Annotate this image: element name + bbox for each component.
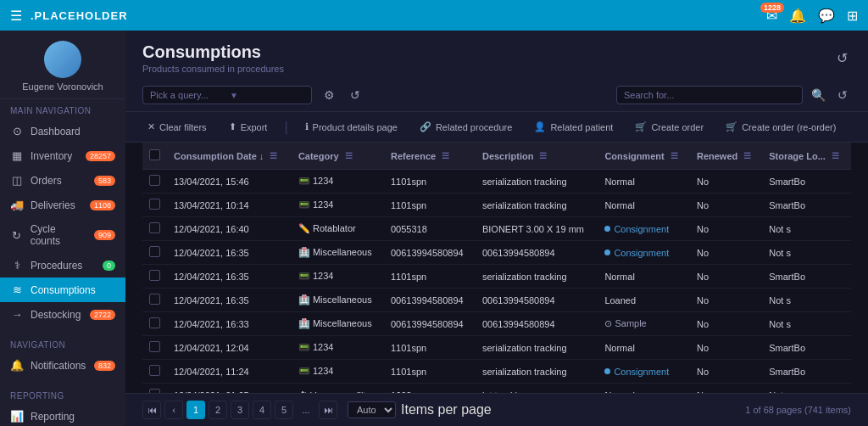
consignment-badge: Consignment (604, 248, 669, 258)
history-query-button[interactable]: ↺ (347, 87, 364, 104)
related-procedure-button[interactable]: 🔗 Related procedure (415, 119, 518, 135)
orders-icon: ◫ (10, 174, 24, 187)
settings-query-button[interactable]: ⚙ (320, 87, 338, 104)
topbar: ☰ .PLACEHOLDER ✉ 1228 🔔 💬 ⊞ (0, 0, 868, 31)
col-reference[interactable]: Reference ☰ (384, 143, 476, 170)
row-renewed: No (690, 336, 762, 360)
sidebar-item-label: Inventory (31, 150, 72, 162)
row-checkbox-cell[interactable] (142, 289, 167, 312)
first-page-button[interactable]: ⏮ (142, 401, 161, 419)
notification-badge[interactable]: ✉ 1228 (766, 8, 777, 24)
row-consignment: Normal (598, 384, 690, 394)
row-checkbox-cell[interactable] (142, 265, 167, 289)
row-checkbox[interactable] (149, 175, 160, 186)
row-category: 📟 1234 (292, 336, 384, 360)
page-4-button[interactable]: 4 (253, 401, 271, 419)
col-consumption-date[interactable]: Consumption Date ↓ ☰ (167, 143, 292, 170)
clear-search-button[interactable]: ↺ (834, 87, 851, 104)
row-renewed: No (690, 217, 762, 241)
select-all-header[interactable] (142, 143, 167, 170)
clear-filters-button[interactable]: ✕ Clear filters (142, 119, 212, 135)
col-category[interactable]: Category ☰ (292, 143, 384, 170)
sidebar-item-notifications[interactable]: 🔔 Notifications 832 (0, 353, 125, 378)
row-checkbox-cell[interactable] (142, 384, 167, 394)
col-renewed[interactable]: Renewed ☰ (690, 143, 762, 170)
table-row: 13/04/2021, 15:46 📟 1234 1101spn seriali… (142, 170, 851, 193)
create-order-button[interactable]: 🛒 Create order (630, 119, 709, 135)
search-input[interactable] (624, 90, 795, 100)
sidebar-item-consumptions[interactable]: ≋ Consumptions (0, 277, 125, 302)
row-checkbox-cell[interactable] (142, 312, 167, 336)
table-row: 12/04/2021, 12:04 📟 1234 1101spn seriali… (142, 336, 851, 360)
grid-icon[interactable]: ⊞ (847, 8, 858, 24)
sidebar-item-orders[interactable]: ◫ Orders 583 (0, 168, 125, 193)
row-checkbox[interactable] (149, 317, 160, 328)
row-checkbox-cell[interactable] (142, 241, 167, 265)
row-storage: SmartBo (762, 170, 851, 193)
refresh-button[interactable]: ↺ (833, 48, 851, 68)
page-1-button[interactable]: 1 (186, 401, 205, 419)
col-description[interactable]: Description ☰ (476, 143, 598, 170)
col-consignment[interactable]: Consignment ☰ (598, 143, 690, 170)
row-category: ⏱ Vena cava filte (292, 384, 384, 394)
col-menu-icon[interactable]: ☰ (832, 151, 839, 160)
select-all-checkbox[interactable] (149, 149, 160, 160)
sidebar-item-cycle-counts[interactable]: ↻ Cycle counts 909 (0, 217, 125, 253)
row-checkbox[interactable] (149, 246, 160, 257)
row-storage: SmartBo (762, 193, 851, 217)
cycle-counts-icon: ↻ (10, 229, 24, 242)
prev-page-button[interactable]: ‹ (164, 401, 183, 419)
row-checkbox-cell[interactable] (142, 193, 167, 217)
deliveries-badge: 1108 (90, 200, 115, 210)
chat-icon[interactable]: 💬 (818, 8, 835, 24)
col-storage-location[interactable]: Storage Lo... ☰ (762, 143, 851, 170)
sidebar-item-inventory[interactable]: ▦ Inventory 28257 (0, 143, 125, 168)
link-icon: 🔗 (420, 121, 431, 132)
search-box (616, 86, 803, 104)
row-checkbox[interactable] (149, 341, 160, 352)
sidebar-item-label: Destocking (31, 309, 81, 321)
hamburger-icon[interactable]: ☰ (10, 8, 22, 24)
table-row: 12/04/2021, 16:35 📟 1234 1101spn seriali… (142, 265, 851, 289)
search-button[interactable]: 🔍 (808, 87, 829, 104)
sidebar-item-procedures[interactable]: ⚕ Procedures 0 (0, 253, 125, 277)
page-3-button[interactable]: 3 (231, 401, 249, 419)
items-per-page-select[interactable]: Auto (348, 401, 396, 418)
cart-icon: 🛒 (635, 121, 647, 132)
col-menu-icon[interactable]: ☰ (743, 151, 751, 160)
page-5-button[interactable]: 5 (275, 401, 293, 419)
create-order-label: Create order (651, 122, 704, 132)
col-menu-icon[interactable]: ☰ (270, 151, 277, 160)
row-checkbox-cell[interactable] (142, 170, 167, 193)
col-menu-icon[interactable]: ☰ (670, 151, 678, 160)
row-checkbox-cell[interactable] (142, 217, 167, 241)
sidebar-item-label: Dashboard (31, 126, 81, 137)
row-category: 📟 1234 (292, 360, 384, 384)
export-button[interactable]: ⬆ Export (224, 119, 273, 135)
last-page-button[interactable]: ⏭ (319, 401, 337, 419)
col-menu-icon[interactable]: ☰ (442, 151, 449, 160)
row-checkbox[interactable] (149, 222, 160, 233)
row-checkbox-cell[interactable] (142, 336, 167, 360)
page-2-button[interactable]: 2 (209, 401, 227, 419)
row-checkbox-cell[interactable] (142, 360, 167, 384)
bell-icon[interactable]: 🔔 (789, 8, 806, 24)
create-order-reorder-button[interactable]: 🛒 Create order (re-order) (721, 119, 841, 135)
create-order-reorder-label: Create order (re-order) (742, 122, 836, 132)
row-checkbox[interactable] (149, 365, 160, 376)
sidebar-item-dashboard[interactable]: ⊙ Dashboard (0, 119, 125, 143)
col-menu-icon[interactable]: ☰ (345, 151, 353, 160)
query-picker[interactable]: Pick a query... ▼ (142, 86, 312, 104)
row-checkbox[interactable] (149, 294, 160, 305)
row-checkbox[interactable] (149, 199, 160, 210)
row-checkbox[interactable] (149, 270, 160, 281)
related-patient-button[interactable]: 👤 Related patient (529, 119, 618, 135)
sidebar-item-deliveries[interactable]: 🚚 Deliveries 1108 (0, 193, 125, 217)
row-consignment: Normal (598, 265, 690, 289)
sidebar-item-reporting[interactable]: 📊 Reporting (0, 404, 125, 426)
col-menu-icon[interactable]: ☰ (539, 151, 547, 160)
row-consignment: Normal (598, 170, 690, 193)
sidebar-item-destocking[interactable]: → Destocking 2722 (0, 302, 125, 327)
product-details-button[interactable]: ℹ Product details page (300, 119, 403, 135)
row-category: 📟 1234 (292, 265, 384, 289)
